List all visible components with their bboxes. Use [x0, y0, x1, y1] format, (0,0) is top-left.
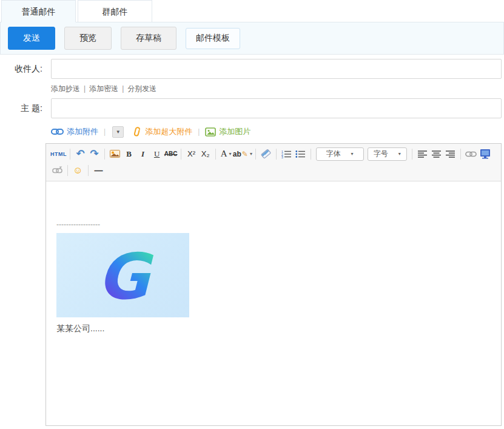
strikethrough-button[interactable]: ABC	[164, 147, 178, 161]
toolbar-separator	[88, 165, 89, 176]
chevron-down-icon: ▼	[116, 129, 121, 135]
ordered-list-icon[interactable]: 1 2 3	[280, 147, 294, 161]
subject-row: 主 题:	[0, 98, 502, 118]
chevron-down-icon: ▾	[398, 151, 401, 157]
unlink-icon[interactable]	[50, 164, 64, 177]
bold-button[interactable]: B	[122, 147, 136, 161]
toolbar-separator	[412, 149, 412, 160]
rich-text-editor: HTML ↶ ↷ B I U ABC X² X₂	[45, 143, 502, 426]
highlight-color-button[interactable]: ab ✎ ▾	[233, 147, 252, 161]
mail-compose-page: 普通邮件 群邮件 发送 预览 存草稿 邮件模板 收件人: 添加抄送|添加密送|分…	[0, 0, 504, 429]
attachment-dropdown-button[interactable]: ▼	[112, 126, 124, 138]
chevron-down-icon: ▾	[229, 151, 232, 157]
tab-bar: 普通邮件 群邮件	[0, 0, 504, 22]
attachment-bar: 添加附件 | ▼ 添加超大附件 | 添加图片	[51, 125, 502, 138]
font-family-label: 字体	[326, 149, 341, 159]
recipient-input[interactable]	[51, 59, 502, 79]
toolbar-separator	[215, 149, 216, 160]
chevron-down-icon: ▾	[250, 151, 252, 157]
emoji-icon[interactable]: ☺	[71, 164, 85, 177]
insert-image-icon[interactable]	[108, 147, 122, 161]
attach-separator: |	[104, 127, 106, 136]
tab-group-mail[interactable]: 群邮件	[78, 0, 152, 22]
add-large-attachment-link[interactable]: 添加超大附件	[145, 126, 192, 137]
paperclip-icon	[132, 126, 142, 137]
svg-text:3: 3	[281, 155, 283, 158]
chevron-down-icon: ▾	[351, 151, 354, 157]
editor-toolbar: HTML ↶ ↷ B I U ABC X² X₂	[46, 144, 501, 181]
highlight-glyph: ab	[233, 150, 241, 158]
save-draft-button[interactable]: 存草稿	[121, 27, 176, 50]
editor-toolbar-row-1: HTML ↶ ↷ B I U ABC X² X₂	[50, 146, 497, 162]
preview-button[interactable]: 预览	[64, 27, 112, 50]
align-center-icon[interactable]	[429, 147, 443, 161]
send-option-links: 添加抄送|添加密送|分别发送	[51, 84, 502, 94]
undo-icon[interactable]: ↶	[73, 147, 87, 161]
toolbar-separator	[460, 149, 461, 160]
subscript-button[interactable]: X₂	[198, 147, 212, 161]
italic-button[interactable]: I	[136, 147, 150, 161]
tab-normal-mail[interactable]: 普通邮件	[1, 0, 76, 22]
toolbar-separator	[276, 149, 277, 160]
horizontal-rule-button[interactable]: —	[92, 164, 106, 177]
signature-separator: ------------------	[56, 220, 491, 229]
insert-link-icon[interactable]	[464, 147, 478, 161]
signature-logo-image[interactable]: G	[56, 233, 189, 317]
align-right-icon[interactable]	[443, 147, 457, 161]
editor-toolbar-row-2: ☺ —	[50, 162, 497, 178]
toolbar-separator	[104, 149, 105, 160]
toolbar-separator	[67, 165, 68, 176]
add-attachment-link[interactable]: 添加附件	[67, 126, 98, 137]
add-image-icon	[205, 127, 216, 137]
attach-separator: |	[198, 127, 200, 136]
toolbar-separator	[181, 149, 181, 160]
compose-form: 收件人: 添加抄送|添加密送|分别发送 主 题: 添加附件 | ▼	[0, 55, 504, 138]
font-color-button[interactable]: A ▾	[219, 147, 233, 161]
send-separately-link[interactable]: 分别发送	[127, 84, 156, 93]
align-left-icon[interactable]	[415, 147, 429, 161]
add-cc-link[interactable]: 添加抄送	[51, 84, 80, 93]
toolbar-separator	[311, 149, 311, 160]
attachment-link-icon	[51, 128, 64, 135]
subject-label: 主 题:	[0, 103, 42, 114]
add-picture-link[interactable]: 添加图片	[219, 126, 250, 137]
logo-letter: G	[97, 240, 153, 312]
recipient-row: 收件人:	[0, 59, 502, 79]
redo-icon[interactable]: ↷	[87, 147, 101, 161]
action-toolbar: 发送 预览 存草稿 邮件模板	[0, 22, 504, 55]
underline-button[interactable]: U	[150, 147, 164, 161]
recipient-label: 收件人:	[0, 64, 42, 75]
add-bcc-link[interactable]: 添加密送	[89, 84, 118, 93]
toolbar-separator	[70, 149, 70, 160]
subject-input[interactable]	[51, 98, 502, 118]
html-source-button[interactable]: HTML	[50, 147, 67, 161]
remove-format-eraser-icon[interactable]	[259, 147, 273, 161]
font-color-glyph: A	[221, 149, 227, 159]
font-family-select[interactable]: 字体 ▾	[316, 147, 364, 161]
link-separator: |	[84, 84, 86, 93]
font-size-label: 字号	[374, 149, 388, 159]
link-separator: |	[122, 84, 124, 93]
send-button[interactable]: 发送	[8, 27, 55, 50]
editor-content-area[interactable]: ------------------ G 某某公司......	[46, 181, 501, 425]
unordered-list-icon[interactable]	[294, 147, 307, 161]
font-size-select[interactable]: 字号 ▾	[368, 147, 407, 161]
toolbar-separator	[255, 149, 256, 160]
fullscreen-monitor-icon[interactable]	[478, 147, 492, 161]
superscript-button[interactable]: X²	[184, 147, 198, 161]
pencil-icon: ✎	[242, 150, 248, 158]
mail-template-button[interactable]: 邮件模板	[186, 28, 240, 49]
signature-company-text: 某某公司......	[56, 323, 491, 334]
